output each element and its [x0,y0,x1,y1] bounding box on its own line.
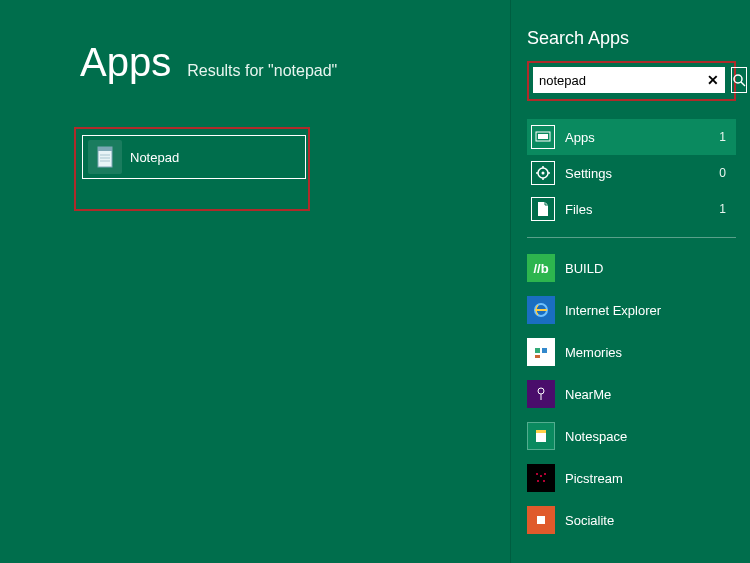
settings-scope-icon [531,161,555,185]
app-label: Internet Explorer [565,303,661,318]
app-nearme[interactable]: NearMe [527,378,736,410]
apps-scope-icon [531,125,555,149]
svg-rect-28 [537,516,545,524]
search-input[interactable] [539,73,707,88]
search-panel: Search Apps ✕ Apps 1 [510,0,750,563]
results-area: Apps Results for "notepad" Notepad [0,0,510,563]
app-build[interactable]: //b BUILD [527,252,736,284]
app-targets-list: //b BUILD Internet Explorer Memories Ne [527,252,736,536]
results-subtitle: Results for "notepad" [187,62,337,80]
build-icon: //b [527,254,555,282]
app-label: Notespace [565,429,627,444]
svg-point-26 [537,480,539,482]
annotation-box-search: ✕ [527,61,736,101]
svg-point-25 [544,473,546,475]
svg-point-27 [543,480,545,482]
scope-files[interactable]: Files 1 [527,191,736,227]
scope-apps[interactable]: Apps 1 [527,119,736,155]
svg-rect-18 [535,355,540,358]
svg-rect-8 [538,134,548,139]
svg-point-5 [734,75,742,83]
svg-point-10 [542,172,545,175]
svg-rect-17 [542,348,547,353]
result-label: Notepad [130,150,179,165]
notepad-icon [88,140,122,174]
svg-rect-22 [536,430,546,433]
app-picstream[interactable]: Picstream [527,462,736,494]
scope-count: 1 [719,202,726,216]
app-internet-explorer[interactable]: Internet Explorer [527,294,736,326]
app-socialite[interactable]: Socialite [527,504,736,536]
app-label: Socialite [565,513,614,528]
clear-icon[interactable]: ✕ [707,73,719,87]
search-icon [732,73,746,87]
scope-list: Apps 1 Settings 0 Files 1 [527,119,736,227]
scope-label: Apps [565,130,719,145]
app-memories[interactable]: Memories [527,336,736,368]
svg-rect-16 [535,348,540,353]
app-notespace[interactable]: Notespace [527,420,736,452]
title-row: Apps Results for "notepad" [80,40,510,85]
ie-icon [527,296,555,324]
result-notepad[interactable]: Notepad [82,135,306,179]
svg-rect-1 [98,147,112,151]
socialite-icon [527,506,555,534]
scope-count: 1 [719,130,726,144]
notespace-icon [527,422,555,450]
app-label: Memories [565,345,622,360]
app-label: NearMe [565,387,611,402]
scope-label: Files [565,202,719,217]
page-title: Apps [80,40,171,85]
search-box[interactable]: ✕ [533,67,725,93]
svg-point-24 [540,475,542,477]
nearme-icon [527,380,555,408]
scope-settings[interactable]: Settings 0 [527,155,736,191]
app-label: Picstream [565,471,623,486]
memories-icon [527,338,555,366]
picstream-icon [527,464,555,492]
divider [527,237,736,238]
scope-count: 0 [719,166,726,180]
svg-line-6 [741,82,745,86]
svg-point-23 [536,473,538,475]
files-scope-icon [531,197,555,221]
scope-label: Settings [565,166,719,181]
annotation-box-result: Notepad [74,127,310,211]
app-label: BUILD [565,261,603,276]
search-button[interactable] [731,67,747,93]
svg-point-19 [538,388,544,394]
search-panel-title: Search Apps [527,28,736,49]
